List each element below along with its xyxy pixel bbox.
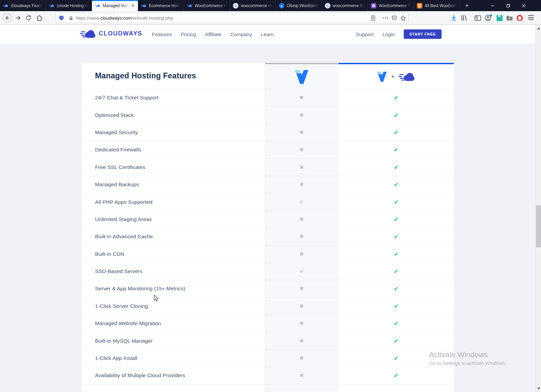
vultr-mark: ✖ [300,147,304,153]
extension-blocker-button[interactable] [515,11,524,25]
start-free-button[interactable]: START FREE [404,29,442,39]
sidebar-button[interactable] [473,11,482,25]
table-body: 24/7 Chat & Ticket Support ✖ ✔ Optimized… [82,89,454,384]
site-nav-company[interactable]: Company [230,31,252,37]
forward-button[interactable] [14,11,22,25]
browser-tab[interactable]: G woocommerce чт [230,0,276,11]
tab-title: woocommerce чт [241,3,273,8]
page-viewport: CLOUDWAYS Features Pricing Affiliate Com… [0,25,541,392]
browser-tab[interactable]: G woocommerce th [322,0,368,11]
table-row: Built-in CDN ✖ ✔ [82,245,454,263]
tab-title: woocommerce th [333,3,364,8]
forward-icon [14,15,22,21]
minimize-button[interactable] [485,0,500,11]
reader-mode-icon[interactable] [371,15,376,21]
support-link[interactable]: Support [356,31,374,37]
table-row: Built-in Advanced Cache ✖ ✔ [82,228,454,245]
vultr-mark: ✖ [300,372,304,378]
account-icon [485,14,493,22]
google-favicon: G [325,3,330,8]
table-row: Unlimited Staging Areas ✖ ✔ [82,211,454,228]
browser-tab[interactable]: Linode Hosting O [46,0,92,11]
svg-text:e: e [281,4,283,8]
vultr-mark: ✖ [300,164,304,170]
downloads-button[interactable] [450,11,458,25]
cloudways-mark: ✔ [394,355,398,362]
vultr-logo [294,69,309,84]
restore-icon [506,4,510,8]
feature-label: Dedicated Firewalls [95,147,141,153]
activate-windows-watermark: Activate Windows Go to Settings to activ… [429,350,507,366]
floppy-disk-icon [496,15,503,21]
back-button[interactable] [2,11,12,25]
scrollbar-thumb[interactable] [536,205,541,247]
cloudways-mark: ✔ [394,146,398,153]
library-button[interactable] [460,11,469,25]
login-link[interactable]: Login [382,31,395,37]
browser-window: Cloudways Featur Linode Hosting O Manage… [0,0,541,392]
site-nav-features[interactable]: Features [152,31,172,37]
page-actions-icon[interactable] [383,17,388,19]
reload-button[interactable] [24,11,33,25]
table-row: Managed Security ✖ ✔ [82,124,454,141]
feature-label: 1-Click App Install [95,355,137,361]
mouse-cursor [154,295,159,302]
pocket-icon[interactable] [392,15,397,21]
url-text: https://www.cloudways.com/en/vultr-hosti… [76,16,173,21]
table-row: 1-Click App Install ✖ ✔ [82,349,454,367]
cloudways-mark: ✔ [394,199,398,205]
cloudways-mark: ✔ [394,372,398,379]
site-nav-pricing[interactable]: Pricing [181,31,196,37]
account-button[interactable] [484,11,493,25]
site-nav-learn[interactable]: Learn [261,31,274,37]
table-row-partial [82,384,454,392]
tab-title: WooCommerce T [379,3,410,8]
browser-tab[interactable]: 49 Best WooCom [414,0,460,11]
menu-button[interactable] [528,15,534,20]
new-tab-button[interactable]: + [462,0,472,11]
extension-media-button[interactable] [505,11,514,25]
vertical-scrollbar[interactable] [535,25,541,392]
tab-strip: Cloudways Featur Linode Hosting O Manage… [0,0,460,11]
cloudways-cloud-favicon [187,3,192,8]
extension-save-button[interactable] [495,11,504,25]
browser-tab[interactable]: WooCommerce H [184,0,230,11]
vultr-mark: ✖ [300,355,304,361]
home-button[interactable] [34,11,44,25]
address-bar[interactable]: https://www.cloudways.com/en/vultr-hosti… [55,13,408,23]
sidebar-icon [474,15,481,21]
e-gear-favicon: e [279,3,284,8]
comparison-table: Managed Hosting Features + [82,63,454,392]
vultr-mark: ✖ [300,303,304,309]
browser-tab[interactable]: Ecommerce Hosti [138,0,184,11]
tab-title: Обзор WooComm [287,3,319,8]
cloudways-mark: ✔ [394,233,398,240]
browser-titlebar: Cloudways Featur Linode Hosting O Manage… [0,0,541,11]
cloudways-cloud-icon [80,28,97,39]
folder-play-icon [506,15,513,21]
restore-button[interactable] [500,0,516,11]
scroll-down-arrow-icon[interactable] [537,388,540,390]
site-nav-affiliate[interactable]: Affiliate [205,31,221,37]
browser-tab[interactable]: Cloudways Featur [0,0,46,11]
feature-label: Built-in Advanced Cache [95,234,153,240]
browser-tab[interactable]: e Обзор WooComm [276,0,322,11]
back-icon [2,13,12,23]
close-button[interactable] [516,0,532,11]
table-row: 1-Click Server Cloning ✖ ✔ [82,297,454,315]
scroll-up-arrow-icon[interactable] [537,27,540,29]
browser-tab[interactable]: W WooCommerce T [368,0,414,11]
tracking-protection-shield-icon[interactable] [58,15,64,21]
cloudways-mark: ✔ [394,303,398,310]
tab-close-icon[interactable]: ✕ [131,3,135,8]
table-row: All PHP Apps Supported ✔ ✔ [82,193,454,210]
cloudways-logo[interactable]: CLOUDWAYS [80,28,142,39]
vultr-mark: ✖ [300,95,304,101]
bookmark-star-icon[interactable] [400,15,406,21]
browser-toolbar: https://www.cloudways.com/en/vultr-hosti… [0,11,541,25]
browser-tab[interactable]: Managed Vultr ✕ [92,0,138,11]
table-row: Server & App Monitoring (15+ Metrics) ✖ … [82,280,454,297]
lock-icon[interactable] [68,15,74,21]
feature-label: Unlimited Staging Areas [95,216,152,222]
table-row: Free SSL Certificates ✖ ✔ [82,158,454,176]
